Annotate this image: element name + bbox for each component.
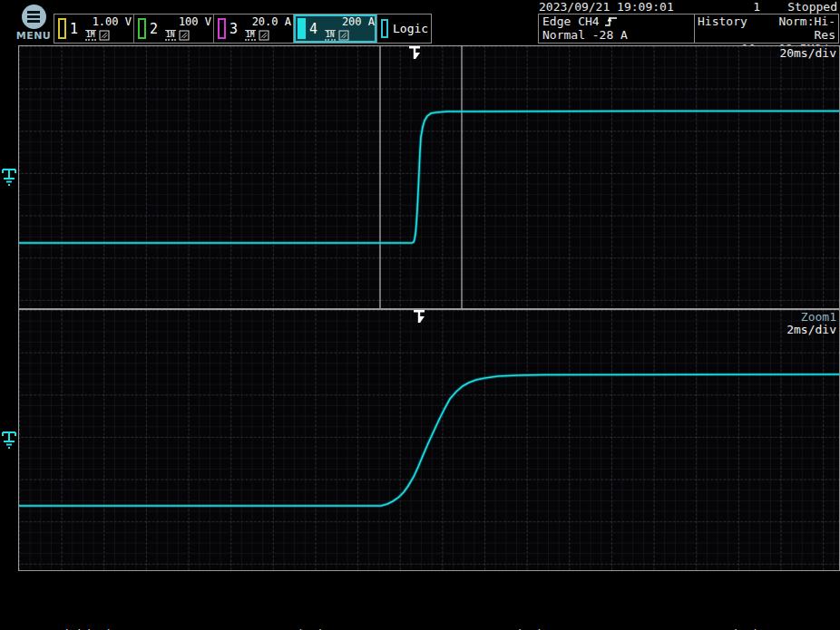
- measurement-group-low-fall: Low(C4)-400.5 A Fall(C4)*****: [275, 603, 388, 630]
- channel-3-impedance-icon: 1M: [245, 30, 256, 41]
- channel-1-button[interactable]: 1 1.00 V 1M: [54, 15, 134, 43]
- run-state-label: Stopped: [787, 0, 837, 14]
- trigger-settings[interactable]: Edge CH4 Normal -28 A: [539, 15, 695, 43]
- trigger-position-marker[interactable]: [409, 46, 422, 63]
- probe-icon: [259, 30, 269, 41]
- grid-major: [19, 46, 839, 308]
- channel-2-impedance-icon: 1N: [165, 30, 176, 41]
- channel-3-scale: 20.0 A: [239, 16, 291, 28]
- history-label: History: [698, 15, 763, 42]
- probe-icon: [338, 30, 349, 41]
- channel-3-color-swatch: [218, 18, 226, 39]
- trigger-mode-label: Normal -28 A: [542, 28, 690, 42]
- channel-2-button[interactable]: 2 100 V 1N: [134, 15, 214, 43]
- channel-2-number: 2: [150, 21, 158, 37]
- ch4-zoom-ground-marker[interactable]: [2, 431, 18, 450]
- zoom-waveform-plot: [19, 310, 839, 570]
- channel-3-button[interactable]: 3 20.0 A 1M: [214, 15, 294, 43]
- channel-4-impedance-icon: 1N: [325, 30, 336, 41]
- trigger-type-label: Edge CH4: [542, 15, 600, 28]
- logic-button[interactable]: Logic: [377, 15, 431, 43]
- zoom-trigger-position-marker[interactable]: [414, 310, 426, 326]
- channel-1-number: 1: [70, 21, 78, 37]
- logic-label: Logic: [393, 22, 428, 35]
- ch4-ground-marker[interactable]: [2, 168, 18, 187]
- channel-2-scale: 100 V: [160, 16, 211, 28]
- channel-4-number: 4: [309, 21, 317, 37]
- channel-1-scale: 1.00 V: [80, 16, 132, 28]
- probe-icon: [179, 30, 190, 41]
- main-timebase-label: 20ms/div: [779, 46, 836, 60]
- probe-icon: [99, 30, 110, 41]
- history-settings[interactable]: History Norm:Hi-Res 10 12.5MS/s: [695, 15, 838, 43]
- channel-4-button[interactable]: 4 200 A 1N: [294, 15, 377, 43]
- channel-4-scale: 200 A: [319, 16, 375, 28]
- menu-label: MENU: [13, 30, 54, 42]
- main-waveform-panel: 20ms/div: [18, 45, 840, 309]
- channel-3-number: 3: [230, 21, 238, 37]
- menu-button[interactable]: MENU: [13, 4, 54, 45]
- channel-2-color-swatch: [138, 18, 146, 39]
- hamburger-icon: [22, 5, 46, 29]
- rising-edge-icon: [604, 15, 618, 27]
- channel-4-color-swatch: [298, 18, 306, 39]
- measurement-group-high-rise: High(C4)411.5 A Rise(C4)1.62672ms: [56, 603, 180, 630]
- channel-group: 1 1.00 V 1M 2 100 V 1N 3 20.0 A 1M: [54, 14, 432, 44]
- measurement-group-pos-over: +Over(C4)0.5%: [480, 603, 579, 630]
- trigger-info-box: Edge CH4 Normal -28 A History Norm:Hi-Re…: [538, 14, 839, 44]
- acquisition-count: 1: [733, 0, 760, 14]
- zoom-waveform-panel: Zoom1 2ms/div: [18, 309, 840, 571]
- channel-1-color-swatch: [58, 18, 66, 39]
- zoom-name-label: Zoom1: [801, 310, 836, 324]
- status-line: 2023/09/21 19:09:01 1 Stopped: [538, 0, 839, 14]
- measurement-group-neg-over: -Over(C4)0.7%: [696, 603, 795, 630]
- zoom-timebase-label: 2ms/div: [786, 323, 836, 336]
- channel-1-impedance-icon: 1M: [85, 30, 96, 41]
- acq-mode-label: Norm:Hi-Res: [763, 15, 835, 42]
- datetime-label: 2023/09/21 19:09:01: [539, 0, 674, 14]
- main-waveform-plot: [19, 46, 839, 308]
- logic-color-swatch: [381, 19, 388, 38]
